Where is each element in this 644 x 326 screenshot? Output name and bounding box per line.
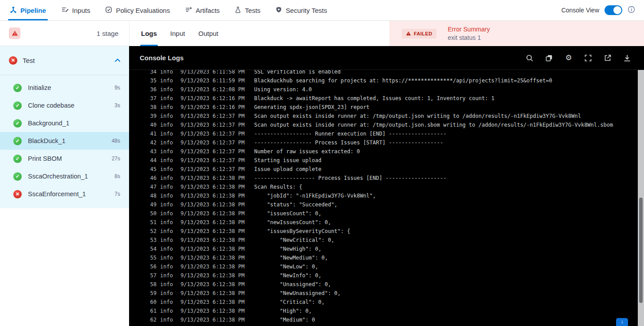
tab-label: Inputs <box>72 7 90 14</box>
log-line-number: 36 <box>148 86 157 93</box>
log-line-number: 59 <box>148 290 157 296</box>
log-line-number: 39 <box>148 113 157 119</box>
log-level: info <box>160 255 177 261</box>
chevron-up-icon[interactable] <box>114 57 121 65</box>
stage-count: 1 stage <box>97 30 118 37</box>
log-timestamp: 9/13/2023 6:12:38 PM <box>181 299 251 305</box>
log-line: 44 info 9/13/2023 6:12:37 PM Starting is… <box>129 156 644 165</box>
step-name: SscaEnforcement_1 <box>28 190 86 198</box>
log-line: 58 info 9/13/2023 6:12:38 PM "Unassigned… <box>129 280 644 289</box>
step-status-icon <box>13 119 22 128</box>
log-message: "NewInfo": 0, <box>254 272 644 279</box>
warning-triangle-icon <box>406 31 411 36</box>
tab-tests[interactable]: Tests <box>235 0 260 20</box>
log-timestamp: 9/13/2023 6:12:38 PM <box>181 255 251 261</box>
tab-output[interactable]: Output <box>198 21 218 46</box>
tab-artifacts[interactable]: Artifacts <box>185 0 220 20</box>
log-level: info <box>160 299 177 305</box>
search-icon[interactable] <box>525 54 534 62</box>
copy-icon[interactable] <box>545 54 554 62</box>
open-in-new-icon[interactable] <box>603 54 612 62</box>
log-line: 34 info 9/13/2023 6:11:58 PM SSL verific… <box>129 70 644 76</box>
log-timestamp: 9/13/2023 6:12:38 PM <box>181 281 251 287</box>
step-row[interactable]: Background_1 <box>0 114 129 132</box>
log-timestamp: 9/13/2023 6:12:37 PM <box>181 131 251 137</box>
log-line: 51 info 9/13/2023 6:12:38 PM "newIssuesC… <box>129 218 644 227</box>
tab-policy-evaluations[interactable]: Policy Evaluations <box>105 0 170 20</box>
log-level: info <box>160 70 177 75</box>
log-line: 47 info 9/13/2023 6:12:38 PM Scan Result… <box>129 182 644 191</box>
tab-label: Output <box>198 30 218 37</box>
log-message: "Unassigned": 0, <box>254 281 644 287</box>
fullscreen-icon[interactable] <box>584 54 593 62</box>
log-line-number: 43 <box>148 148 157 155</box>
log-timestamp: 9/13/2023 6:12:37 PM <box>181 113 251 119</box>
stage-header-test[interactable]: Test <box>0 46 129 75</box>
log-message: "issuesCount": 0, <box>254 210 644 217</box>
console-header: Console Logs ⚙ <box>129 46 644 70</box>
log-message: "status": "Succeeded", <box>254 202 644 208</box>
step-row[interactable]: BlackDuck_1 48s <box>0 132 129 150</box>
tab-label: Tests <box>245 7 260 14</box>
log-timestamp: 9/13/2023 6:12:08 PM <box>181 86 251 93</box>
log-message: Scan Results: { <box>254 184 644 190</box>
step-row[interactable]: Print SBOM 27s <box>0 150 129 167</box>
download-icon[interactable] <box>623 54 632 62</box>
step-status-icon <box>13 101 22 110</box>
log-level: info <box>160 246 177 252</box>
log-line-number: 52 <box>148 228 157 234</box>
tab-logs[interactable]: Logs <box>141 21 157 46</box>
log-line: 60 info 9/13/2023 6:12:38 PM "Critical":… <box>129 298 644 307</box>
step-duration: 48s <box>112 138 120 144</box>
log-timestamp: 9/13/2023 6:12:38 PM <box>181 210 251 217</box>
log-level: info <box>160 219 177 225</box>
scroll-to-bottom-button[interactable]: ↓ <box>616 318 628 326</box>
log-line-number: 51 <box>148 219 157 225</box>
log-level: info <box>160 175 177 181</box>
log-line-number: 56 <box>148 264 157 270</box>
info-icon[interactable] <box>628 6 635 15</box>
step-row[interactable]: SscaOrchestration_1 8s <box>0 167 129 185</box>
log-line-number: 41 <box>148 131 157 137</box>
log-message: Scan output exists inside runner at: /tm… <box>254 122 644 128</box>
log-level: info <box>160 237 177 243</box>
tab-label: Policy Evaluations <box>116 7 170 14</box>
console-title: Console Logs <box>140 54 184 62</box>
log-message: ------------------- Process Issues [END]… <box>254 175 644 181</box>
log-line: 45 info 9/13/2023 6:12:37 PM Issue uploa… <box>129 165 644 174</box>
log-message: "NewCritical": 0, <box>254 237 644 243</box>
console-view-control: Console View <box>562 0 644 20</box>
console-view-toggle[interactable] <box>605 5 622 15</box>
warning-triangle-icon <box>12 30 18 36</box>
log-line-number: 55 <box>148 255 157 261</box>
log-scroll-area[interactable]: 34 info 9/13/2023 6:11:58 PM SSL verific… <box>129 70 644 326</box>
step-name: Initialize <box>28 84 51 91</box>
step-row[interactable]: SscaEnforcement_1 7s <box>0 185 129 203</box>
log-line-number: 54 <box>148 246 157 252</box>
tab-pipeline[interactable]: Pipeline <box>10 0 46 20</box>
log-message: "NewMedium": 0, <box>254 255 644 261</box>
step-name: Clone codebase <box>28 102 75 109</box>
log-line: 40 info 9/13/2023 6:12:37 PM Scan output… <box>129 120 644 129</box>
log-message: "NewUnassigned": 0, <box>254 290 644 296</box>
log-line: 49 info 9/13/2023 6:12:38 PM "status": "… <box>129 200 644 209</box>
tab-inputs[interactable]: Inputs <box>61 0 90 20</box>
log-message: Generating spdx-json[SPDX_23] report <box>254 104 644 110</box>
scrollbar-track[interactable] <box>638 70 644 326</box>
step-status-icon <box>13 137 22 145</box>
step-row[interactable]: Initialize 9s <box>0 79 129 97</box>
scrollbar-thumb[interactable] <box>639 198 643 303</box>
log-timestamp: 9/13/2023 6:12:38 PM <box>181 193 251 199</box>
tab-security-tests[interactable]: Security Tests <box>275 0 327 20</box>
log-line-number: 61 <box>148 308 157 314</box>
log-line-number: 40 <box>148 122 157 128</box>
log-timestamp: 9/13/2023 6:12:38 PM <box>181 184 251 190</box>
step-row[interactable]: Clone codebase 3s <box>0 97 129 114</box>
log-level: info <box>160 157 177 163</box>
log-level: info <box>160 148 177 155</box>
step-name: SscaOrchestration_1 <box>28 173 88 180</box>
log-line-number: 46 <box>148 175 157 181</box>
log-line: 62 info 9/13/2023 6:12:38 PM "Medium": 0 <box>129 315 644 324</box>
tab-input[interactable]: Input <box>170 21 185 46</box>
settings-icon[interactable]: ⚙ <box>564 54 573 62</box>
